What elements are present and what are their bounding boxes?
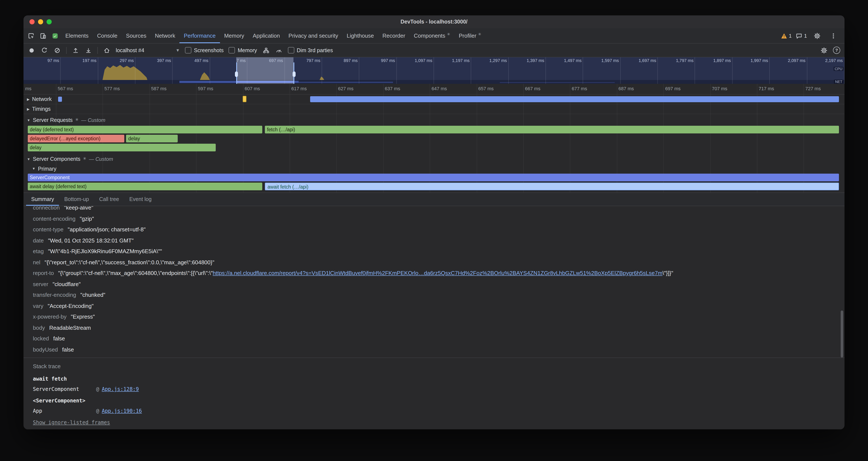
session-select[interactable]: localhost #4 ▼ [116,47,180,53]
tab-recorder[interactable]: Recorder [378,28,409,43]
flame-bar-delay-deferred[interactable]: delay (deferred text) [28,126,262,134]
server-components-track-label[interactable]: ▼ Server Components ✳ — Custom [27,156,113,162]
header-value: "application/json; charset=utf-8" [68,226,146,233]
flame-bar-delay-2[interactable]: delay [126,135,178,142]
window-controls [29,19,52,24]
save-profile-icon[interactable] [85,47,92,54]
chevron-down-icon: ▼ [176,48,180,53]
capture-settings-gear-icon[interactable] [820,47,828,54]
flame-bar-delay-3[interactable]: delay [28,144,216,151]
header-row-date: date"Wed, 01 Oct 2025 18:32:01 GMT" [33,235,844,246]
overview-dim-right [294,57,844,84]
stack-trace-title: Stack trace [33,363,844,370]
warnings-indicator[interactable]: 1 [781,33,792,39]
report-to-link[interactable]: https://a.nel.cloudflare.com/report/v4?s… [213,270,662,277]
kebab-menu-icon[interactable] [828,32,839,39]
server-components-track-header[interactable]: ▼ Server Components ✳ — Custom [24,154,844,164]
tab-profiler[interactable]: Profiler✳ [455,28,486,43]
ruler-label: 667 ms [525,86,540,91]
memory-checkbox[interactable]: Memory [229,47,257,54]
network-throttle-icon[interactable] [262,47,270,54]
tab-network[interactable]: Network [151,28,179,43]
network-marker[interactable] [243,96,246,102]
net-lane-label: NET [834,80,844,84]
selection-handle-left[interactable] [236,62,237,84]
details-scrollbar[interactable] [841,311,843,357]
collapse-triangle-icon[interactable]: ▼ [27,157,30,161]
custom-track-badge: ✳ [75,117,79,122]
issues-count: 1 [804,33,807,39]
frame-source-link[interactable]: App.js:190:16 [102,408,142,414]
tab-privacy-and-security[interactable]: Privacy and security [284,28,343,43]
settings-gear-icon[interactable] [811,32,823,39]
toolbar-separator [97,47,98,54]
details-tab-call-tree[interactable]: Call tree [94,193,124,206]
screenshots-checkbox[interactable]: Screenshots [185,47,224,54]
collapse-triangle-icon[interactable]: ▶ [27,107,29,111]
header-row-etag: etag"W/\"4b1-RjEJloX9kRinu6F0MAZMmy6E5iA… [33,246,844,257]
show-ignore-listed-link[interactable]: Show ignore-listed frames [33,420,110,426]
tab-application[interactable]: Application [248,28,284,43]
frame-at-symbol: @ [96,386,99,392]
load-profile-icon[interactable] [72,47,80,54]
close-button[interactable] [29,19,35,24]
checkbox-box [185,47,191,54]
record-icon[interactable] [28,47,35,54]
extension-icon[interactable] [49,28,61,43]
header-value: "Accept-Encoding" [48,303,94,309]
live-metrics-home-icon[interactable] [103,47,111,54]
details-pane[interactable]: connection"keep-alive"content-encoding"g… [24,206,844,429]
tab-badge: ✳ [447,32,450,36]
network-request-chip[interactable] [58,97,62,102]
stack-trace-header: <ServerComponent> [33,396,844,406]
network-track-label[interactable]: ▶ Network [27,96,52,102]
header-value: "keep-alive" [64,206,93,211]
overview-selection-window[interactable] [236,57,294,84]
help-icon[interactable]: ? [833,47,840,54]
frame-at-symbol: @ [96,408,99,414]
network-request-bar[interactable] [310,96,839,102]
timings-track-label[interactable]: ▶ Timings [27,106,51,112]
flame-bar-fetch-api[interactable]: fetch (…/api) [265,126,839,134]
network-track[interactable]: ▶ Network [24,94,844,104]
server-requests-track-label[interactable]: ▼ Server Requests ✳ — Custom [27,117,105,123]
title-bar[interactable]: DevTools - localhost:3000/ [24,16,844,28]
flame-bar-server-component[interactable]: ServerComponent [28,174,839,181]
primary-subtrack-row[interactable]: ▼ Primary [24,164,844,173]
device-toolbar-icon[interactable] [37,28,49,43]
warning-count: 1 [789,33,792,39]
zoom-button[interactable] [46,19,52,24]
frame-source-link[interactable]: App.js:128:9 [102,386,138,392]
record-and-reload-icon[interactable] [40,47,48,54]
clear-icon[interactable] [53,47,61,54]
flame-bar-delayed-error[interactable]: delayedError (…ayed exception) [28,135,125,142]
issues-bubble-icon [796,33,802,39]
tab-elements[interactable]: Elements [61,28,93,43]
flame-bar-await-fetch[interactable]: await fetch (…/api) [265,182,839,190]
selection-handle-right[interactable] [294,62,294,84]
tab-memory[interactable]: Memory [220,28,248,43]
collapse-triangle-icon[interactable]: ▼ [32,167,35,171]
collapse-triangle-icon[interactable]: ▼ [27,118,30,122]
cpu-throttle-icon[interactable] [275,47,283,54]
tab-performance[interactable]: Performance [180,28,220,43]
flame-chart[interactable]: ms 567 ms577 ms587 ms597 ms607 ms617 ms6… [24,84,844,193]
header-name: vary [33,303,43,309]
details-tab-summary[interactable]: Summary [26,193,59,206]
issues-indicator[interactable]: 1 [796,33,807,39]
details-tab-event-log[interactable]: Event log [124,193,157,206]
tab-components[interactable]: Components✳ [409,28,455,43]
tab-lighthouse[interactable]: Lighthouse [342,28,378,43]
tab-console[interactable]: Console [93,28,122,43]
timeline-overview[interactable]: 97 ms197 ms297 ms397 ms497 ms7 ms697 ms7… [24,57,844,84]
details-tab-bottom-up[interactable]: Bottom-up [59,193,94,206]
inspect-icon[interactable] [25,28,37,43]
timings-track[interactable]: ▶ Timings [24,104,844,114]
tab-sources[interactable]: Sources [122,28,151,43]
minimize-button[interactable] [38,19,43,24]
flame-bar-await-delay[interactable]: await delay (deferred text) [28,182,262,190]
collapse-triangle-icon[interactable]: ▶ [27,97,29,101]
dim-3rd-parties-checkbox[interactable]: Dim 3rd parties [288,47,333,54]
server-requests-track-header[interactable]: ▼ Server Requests ✳ — Custom [24,115,844,125]
primary-subtrack-label[interactable]: ▼ Primary [32,166,56,172]
